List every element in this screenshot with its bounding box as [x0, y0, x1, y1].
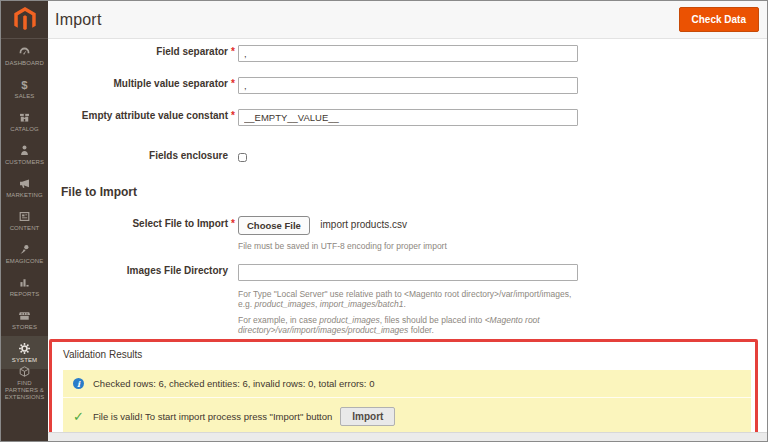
multiple-value-separator-label: Multiple value separator [48, 75, 228, 89]
sidebar-item-label: REPORTS [2, 291, 48, 298]
sidebar-item-label: SYSTEM [2, 357, 48, 364]
sidebar-item-reports[interactable]: REPORTS [1, 270, 48, 303]
field-separator-label: Field separator [48, 43, 228, 57]
info-icon: i [73, 378, 84, 389]
marketing-icon [18, 177, 31, 190]
stores-icon [18, 309, 31, 322]
sidebar-item-label: CONTENT [2, 225, 48, 232]
validation-notice-text: Checked rows: 6, checked entities: 6, in… [93, 378, 374, 389]
fields-enclosure-row: Fields enclosure [48, 148, 767, 166]
sidebar-item-customers[interactable]: CUSTOMERS [1, 138, 48, 171]
images-directory-row: Images File Directory For Type "Local Se… [48, 262, 767, 335]
utf8-note: File must be saved in UTF-8 encoding for… [238, 241, 767, 251]
sidebar-item-emagicone[interactable]: EMAGICONE [1, 237, 48, 270]
customers-icon [18, 144, 31, 157]
import-button[interactable]: Import [340, 407, 395, 426]
sidebar-item-label: MARKETING [2, 192, 48, 199]
images-directory-note-1: For Type "Local Server" use relative pat… [238, 289, 583, 309]
emagicone-icon [18, 243, 31, 256]
page-header: Import Check Data [48, 1, 767, 39]
sidebar-item-label: SALES [2, 93, 48, 100]
reports-icon [18, 276, 31, 289]
required-asterisk: * [228, 215, 238, 229]
file-to-import-heading: File to Import [48, 185, 767, 199]
sales-icon: $ [18, 78, 31, 91]
validation-messages: i Checked rows: 6, checked entities: 6, … [63, 370, 751, 432]
magento-admin-window: DASHBOARD $ SALES CATALOG CUSTOMERS [0, 0, 768, 442]
required-asterisk: * [228, 107, 238, 121]
sidebar-item-dashboard[interactable]: DASHBOARD [1, 39, 48, 72]
images-directory-label: Images File Directory [48, 262, 228, 276]
field-separator-row: Field separator * [48, 43, 767, 62]
select-file-label: Select File to Import [48, 215, 228, 229]
multiple-value-separator-input[interactable] [238, 77, 578, 94]
validation-results-annotation: Validation Results i Checked rows: 6, ch… [49, 339, 758, 432]
magento-logo[interactable] [1, 1, 48, 39]
sidebar-item-marketing[interactable]: MARKETING [1, 171, 48, 204]
select-file-row: Select File to Import * Choose File impo… [48, 215, 767, 251]
spacer [228, 148, 238, 151]
validation-success-text: File is valid! To start import process p… [93, 411, 332, 422]
required-asterisk: * [228, 75, 238, 89]
system-icon [18, 342, 31, 355]
sidebar-item-sales[interactable]: $ SALES [1, 72, 48, 105]
checkmark-icon: ✓ [73, 411, 84, 422]
empty-attribute-label: Empty attribute value constant [48, 107, 228, 121]
empty-attribute-input[interactable] [238, 109, 578, 126]
sidebar-item-label: STORES [2, 324, 48, 331]
field-separator-input[interactable] [238, 45, 578, 62]
selected-file-name: import products.csv [320, 219, 407, 230]
catalog-icon [18, 111, 31, 124]
content-icon [18, 210, 31, 223]
required-asterisk: * [228, 43, 238, 57]
validation-notice-message: i Checked rows: 6, checked entities: 6, … [63, 370, 751, 397]
dashboard-icon [18, 45, 31, 58]
sidebar-item-label: CATALOG [2, 126, 48, 133]
svg-text:$: $ [21, 79, 28, 91]
page-title: Import [55, 11, 102, 29]
main-area: Import Check Data Field separator * Mult… [48, 1, 767, 441]
sidebar-item-stores[interactable]: STORES [1, 303, 48, 336]
admin-sidebar: DASHBOARD $ SALES CATALOG CUSTOMERS [1, 1, 48, 441]
sidebar-item-label: DASHBOARD [2, 60, 48, 67]
images-directory-note-2: For example, in case product_images, fil… [238, 315, 583, 335]
fields-enclosure-checkbox[interactable] [238, 153, 247, 162]
check-data-button[interactable]: Check Data [679, 7, 759, 32]
sidebar-item-label: FIND PARTNERS & EXTENSIONS [2, 380, 48, 401]
sidebar-item-catalog[interactable]: CATALOG [1, 105, 48, 138]
sidebar-item-label: CUSTOMERS [2, 159, 48, 166]
magento-logo-icon [14, 7, 36, 32]
footer-strip [48, 432, 767, 441]
import-form: Field separator * Multiple value separat… [48, 39, 767, 432]
sidebar-item-label: EMAGICONE [2, 258, 48, 265]
sidebar-nav: DASHBOARD $ SALES CATALOG CUSTOMERS [1, 39, 48, 396]
sidebar-item-content[interactable]: CONTENT [1, 204, 48, 237]
fields-enclosure-label: Fields enclosure [48, 148, 228, 161]
validation-success-message: ✓ File is valid! To start import process… [63, 397, 751, 432]
sidebar-item-find-partners-extensions[interactable]: FIND PARTNERS & EXTENSIONS [1, 369, 48, 396]
empty-attribute-row: Empty attribute value constant * [48, 107, 767, 126]
choose-file-button[interactable]: Choose File [238, 216, 310, 235]
validation-results-title: Validation Results [63, 349, 751, 360]
images-directory-input[interactable] [238, 264, 578, 281]
spacer [228, 262, 238, 265]
multiple-value-separator-row: Multiple value separator * [48, 75, 767, 94]
extensions-icon [18, 365, 31, 378]
